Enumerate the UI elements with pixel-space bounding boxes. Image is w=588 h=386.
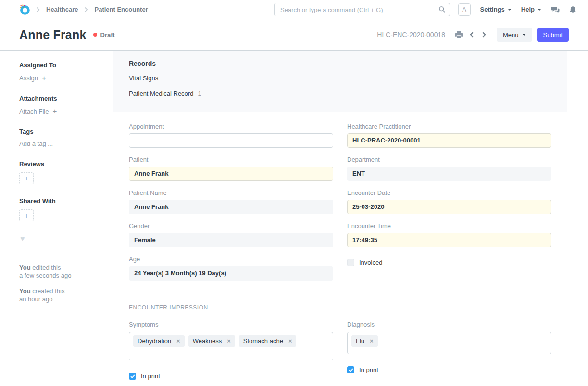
fields-column-right: Healthcare Practitioner HLC-PRAC-2020-00… — [347, 123, 551, 289]
activity-who: You — [19, 264, 31, 271]
practitioner-label: Healthcare Practitioner — [347, 123, 551, 130]
encounter-impression-heading: ENCOUNTER IMPRESSION — [129, 304, 551, 311]
diagnosis-multiselect[interactable]: Flu × — [347, 332, 551, 354]
encounter-time-input[interactable]: 17:49:35 — [347, 233, 551, 247]
diagnosis-in-print-label[interactable]: In print — [359, 366, 378, 373]
shared-with-heading: Shared With — [19, 197, 103, 205]
impression-columns: Symptoms Dehydration × Weakness × Stomac… — [129, 321, 551, 380]
activity-entry: You created this an hour ago — [19, 287, 103, 303]
appointment-field: Appointment — [129, 123, 333, 148]
prev-doc-chevron-left-icon[interactable] — [469, 31, 475, 38]
remove-pill-icon[interactable]: × — [227, 338, 231, 344]
encounter-date-field: Encounter Date 25-03-2020 — [347, 189, 551, 214]
symptom-pill: Weakness × — [188, 335, 235, 347]
app-logo-icon[interactable] — [19, 4, 30, 15]
plus-icon: + — [40, 74, 46, 82]
invoiced-label[interactable]: Invoiced — [359, 259, 382, 266]
pill-label: Weakness — [193, 337, 222, 345]
attachments-heading: Attachments — [19, 95, 103, 102]
appointment-input[interactable] — [129, 133, 333, 148]
patient-field: Patient Anne Frank — [129, 156, 333, 181]
submit-button[interactable]: Submit — [537, 28, 569, 42]
activity-log: You edited this a few seconds ago You cr… — [19, 263, 103, 303]
document-id: HLC-ENC-2020-00018 — [377, 31, 445, 39]
records-count: 1 — [198, 90, 201, 97]
caret-down-icon — [508, 9, 512, 11]
notifications-bell-icon[interactable] — [569, 5, 576, 13]
records-link-vital-signs[interactable]: Vital Signs — [129, 75, 551, 82]
print-icon[interactable] — [455, 31, 463, 39]
global-search — [274, 3, 450, 16]
encounter-date-input[interactable]: 25-03-2020 — [347, 200, 551, 214]
remove-pill-icon[interactable]: × — [370, 338, 374, 344]
patient-label: Patient — [129, 156, 333, 163]
caret-down-icon — [522, 34, 526, 36]
encounter-time-field: Encounter Time 17:49:35 — [347, 222, 551, 247]
activity-entry: You edited this a few seconds ago — [19, 263, 103, 280]
symptoms-multiselect[interactable]: Dehydration × Weakness × Stomach ache × — [129, 332, 333, 360]
fields-section: Appointment Patient Anne Frank Patient N… — [113, 112, 567, 294]
settings-label: Settings — [480, 6, 505, 13]
remove-pill-icon[interactable]: × — [288, 338, 292, 344]
invoiced-checkbox[interactable] — [347, 259, 354, 266]
breadcrumb-chevron-icon — [35, 6, 41, 13]
symptom-pill: Dehydration × — [133, 335, 185, 347]
symptom-pill: Stomach ache × — [239, 335, 297, 347]
status-dot-icon — [93, 33, 97, 37]
activity-when: an hour ago — [19, 296, 52, 303]
attach-file-label: Attach File — [19, 108, 49, 115]
like-heart-icon[interactable]: ♥ — [20, 234, 103, 243]
help-menu[interactable]: Help — [521, 6, 541, 13]
add-tag-input[interactable]: Add a tag ... — [19, 140, 103, 147]
menu-button[interactable]: Menu — [497, 28, 532, 42]
settings-menu[interactable]: Settings — [480, 6, 512, 13]
attach-file-action[interactable]: Attach File + — [19, 107, 103, 115]
page-header: Anne Frank Draft HLC-ENC-2020-00018 Menu… — [0, 19, 588, 51]
records-link-patient-medical-record[interactable]: Patient Medical Record1 — [129, 90, 551, 97]
symptoms-in-print-checkbox[interactable] — [129, 373, 136, 380]
diagnosis-column: Diagnosis Flu × In print — [347, 321, 551, 380]
activity-who: You — [19, 287, 31, 295]
symptoms-in-print-label[interactable]: In print — [141, 373, 160, 380]
next-doc-chevron-right-icon[interactable] — [481, 31, 487, 38]
navbar-right: A Settings Help — [458, 3, 576, 16]
gender-label: Gender — [129, 222, 333, 230]
patient-name-field: Patient Name Anne Frank — [129, 189, 333, 214]
activity-when: a few seconds ago — [19, 272, 71, 279]
department-label: Department — [347, 156, 551, 163]
right-gutter — [567, 51, 588, 386]
plus-icon: + — [50, 107, 57, 115]
menu-button-label: Menu — [503, 31, 519, 39]
tags-heading: Tags — [19, 128, 103, 135]
breadcrumb-chevron-icon — [83, 6, 89, 13]
navbar: Healthcare Patient Encounter A Settings … — [0, 0, 588, 19]
diagnosis-in-print-field: In print — [347, 366, 551, 373]
practitioner-field: Healthcare Practitioner HLC-PRAC-2020-00… — [347, 123, 551, 148]
form-sidebar: Assigned To Assign + Attachments Attach … — [0, 51, 113, 386]
patient-input[interactable]: Anne Frank — [129, 167, 333, 181]
add-review-button[interactable]: + — [19, 172, 34, 184]
add-share-button[interactable]: + — [19, 209, 34, 221]
plus-icon: + — [25, 212, 28, 219]
user-avatar[interactable]: A — [458, 3, 471, 16]
page-title: Anne Frank — [19, 28, 87, 42]
records-panel: Records Vital Signs Patient Medical Reco… — [113, 51, 567, 112]
reviews-heading: Reviews — [19, 160, 103, 167]
breadcrumb-healthcare[interactable]: Healthcare — [46, 6, 78, 13]
chat-icon[interactable] — [551, 6, 560, 13]
patient-name-value: Anne Frank — [129, 200, 333, 214]
breadcrumb-patient-encounter[interactable]: Patient Encounter — [94, 6, 148, 13]
records-link-label: Vital Signs — [129, 75, 158, 82]
records-link-label: Patient Medical Record — [129, 90, 193, 97]
pill-label: Flu — [356, 337, 364, 345]
fields-column-left: Appointment Patient Anne Frank Patient N… — [129, 123, 333, 289]
encounter-time-label: Encounter Time — [347, 222, 551, 230]
page-header-actions: HLC-ENC-2020-00018 Menu Submit — [377, 28, 569, 42]
activity-action: edited this — [32, 264, 61, 271]
diagnosis-in-print-checkbox[interactable] — [347, 366, 354, 373]
remove-pill-icon[interactable]: × — [176, 338, 180, 344]
search-input[interactable] — [274, 3, 450, 16]
age-field: Age 24 Year(s) 3 Month(s) 19 Day(s) — [129, 256, 333, 281]
assign-action[interactable]: Assign + — [19, 74, 103, 82]
practitioner-input[interactable]: HLC-PRAC-2020-00001 — [347, 133, 551, 148]
